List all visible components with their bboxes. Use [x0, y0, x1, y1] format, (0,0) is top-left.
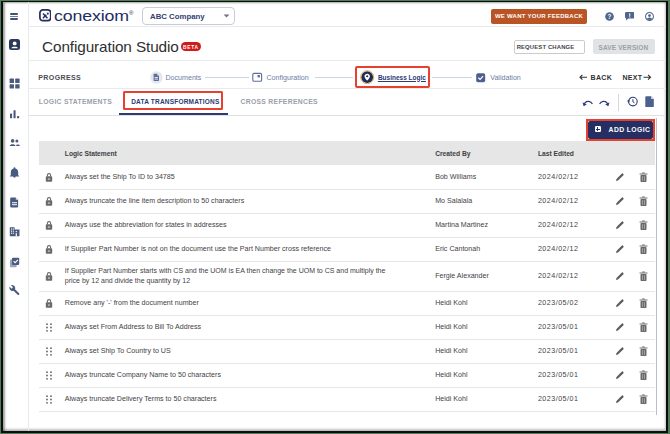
svg-text:?: ? — [607, 12, 611, 19]
